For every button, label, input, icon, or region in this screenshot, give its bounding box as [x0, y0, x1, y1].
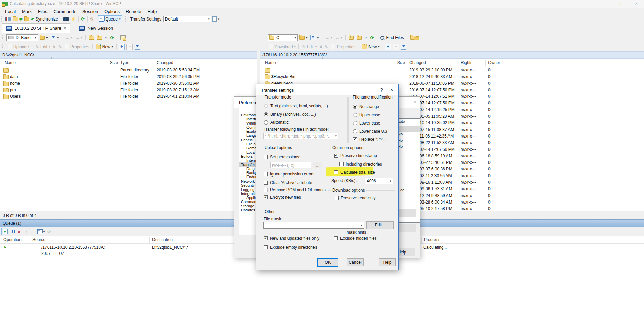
dock-panels-button[interactable] [4, 16, 12, 23]
file-row[interactable]: .. Parent directory 2019-03-30 5:58:34 P… [0, 67, 257, 74]
left-forward-button[interactable]: →▾ [74, 34, 83, 41]
close-icon[interactable]: × [387, 86, 397, 94]
left-unselect-button[interactable]: − [126, 44, 133, 50]
ignore-permission-errors-checkbox[interactable] [264, 172, 268, 176]
file-mask-combo[interactable]: ▾ [263, 222, 364, 229]
mask-hints-link[interactable]: mask hints [347, 230, 366, 235]
right-edit-button[interactable]: ✎Edit▾ [301, 43, 318, 50]
menu-item[interactable]: Local [2, 8, 19, 15]
right-selection-filter-icon[interactable] [401, 44, 406, 50]
putty-button[interactable]: ⚡ [70, 16, 77, 23]
queue-delete-button[interactable]: × [16, 228, 22, 235]
left-home-button[interactable]: ⌂ [104, 34, 108, 41]
file-row[interactable]: data File folder 2019-03-29 2:56:35 PM [0, 74, 257, 80]
automatic-mode-label[interactable]: Automatic [270, 120, 289, 125]
preserve-read-only-checkbox[interactable] [335, 196, 339, 200]
right-new-button[interactable]: New▾ [361, 43, 380, 50]
right-col-owner[interactable]: Owner [488, 60, 500, 65]
left-rename-button[interactable]: ✎ [57, 43, 63, 50]
preferences-tree-item[interactable]: Transfer [239, 162, 257, 167]
tab-session[interactable]: 10.10.2.20 SFTP Share × [2, 23, 70, 33]
file-row[interactable]: .. 2019-03-29 2:10:09 PM rwxr-x--- 0 [260, 67, 644, 74]
download-button[interactable]: Download▾ [268, 43, 296, 50]
right-back-button[interactable]: ←▾ [324, 34, 333, 41]
left-tree-toggle-button[interactable] [119, 34, 127, 41]
right-open-directory-button[interactable]: ▾ [298, 34, 309, 41]
including-directories-checkbox[interactable] [339, 162, 344, 166]
transfer-settings-combo[interactable]: Default ▾ [163, 16, 211, 22]
binary-mode-radio[interactable] [264, 112, 268, 116]
help-button[interactable]: Help [379, 258, 396, 266]
right-home-button[interactable]: ⌂ [363, 34, 368, 41]
file-row[interactable]: Users File folder 2019-04-01 2:10:04 AM [0, 93, 257, 100]
queue-move-down-button[interactable]: ↓ [29, 228, 33, 235]
sync-browsing-button[interactable] [409, 34, 420, 41]
sync-folders-button[interactable]: ⇄ [12, 16, 23, 23]
refresh-panels-button[interactable]: ⟳ [80, 16, 86, 23]
left-delete-button[interactable]: × [52, 43, 57, 50]
right-parent-directory-button[interactable] [348, 34, 355, 41]
menu-item[interactable]: Remote [123, 8, 145, 15]
text-mode-radio[interactable] [264, 104, 268, 108]
synchronize-button[interactable]: ⟳ Synchronize [23, 16, 59, 23]
queue-col-source[interactable]: Source [32, 237, 45, 242]
queue-operations-button[interactable]: ▾ [36, 228, 46, 235]
queue-col-destination[interactable]: Destination [152, 237, 173, 242]
right-path-bar[interactable]: /176116-10.10.2.20-1553777518/C/ [260, 51, 644, 59]
left-refresh-button[interactable]: ⟳ [109, 34, 115, 41]
upper-case-label[interactable]: Upper case [359, 113, 380, 117]
no-change-radio[interactable] [353, 105, 357, 109]
edit-mask-button[interactable]: Edit... [366, 221, 394, 229]
new-updated-label[interactable]: New and updated files only [270, 236, 319, 241]
exclude-empty-checkbox[interactable] [264, 245, 268, 249]
right-col-size[interactable]: Size [380, 60, 405, 65]
right-col-name[interactable]: Name [265, 60, 276, 65]
right-col-rights[interactable]: Rights [461, 60, 472, 65]
upload-button[interactable]: Upload▾ [6, 43, 30, 50]
right-root-directory-button[interactable] [355, 34, 363, 41]
file-row[interactable]: pro File folder 2019-03-30 7:15:13 AM [0, 87, 257, 93]
encrypt-new-files-label[interactable]: Encrypt new files [270, 195, 301, 200]
preserve-read-only-label[interactable]: Preserve read-only [341, 196, 375, 200]
queue-process-button[interactable] [1, 228, 9, 235]
right-drive-combo[interactable]: C ▾ [268, 34, 298, 41]
exclude-hidden-checkbox[interactable] [334, 236, 338, 240]
left-filter-button[interactable]: ▾ [50, 34, 60, 41]
maximize-button[interactable]: □ [613, 0, 629, 8]
clear-archive-checkbox[interactable] [264, 181, 268, 185]
left-col-type[interactable]: Type [120, 60, 129, 65]
preferences-button[interactable]: ⚙ [89, 16, 95, 23]
help-icon[interactable]: ? [376, 86, 387, 94]
menu-item[interactable]: Help [144, 8, 160, 15]
ignore-permission-errors-label[interactable]: Ignore permission errors [270, 172, 314, 177]
including-directories-label[interactable]: Including directories [346, 162, 382, 167]
left-properties-button[interactable]: Properties [64, 43, 90, 50]
left-open-directory-button[interactable]: ▾ [39, 34, 49, 41]
menu-item[interactable]: Files [35, 8, 50, 15]
upper-case-radio[interactable] [353, 113, 357, 117]
ok-button[interactable]: OK [317, 258, 338, 267]
binary-mode-label[interactable]: Binary (archives, doc, ...) [270, 112, 316, 117]
menu-item[interactable]: Session [79, 8, 101, 15]
left-drive-combo[interactable]: D: Beno ▾ [6, 34, 38, 41]
right-properties-button[interactable]: Properties [330, 43, 357, 50]
right-rename-button[interactable]: ✎ [324, 43, 329, 50]
minimize-button[interactable]: – [598, 0, 613, 8]
tab-close-icon[interactable]: × [64, 26, 66, 31]
tab-new-session[interactable]: New Session [75, 24, 117, 33]
encrypt-new-files-checkbox[interactable] [264, 195, 268, 199]
set-permissions-label[interactable]: Set permissions: [270, 155, 300, 159]
right-col-changed[interactable]: Changed [409, 60, 426, 65]
queue-toggle-button[interactable]: Queue ▾ [98, 15, 122, 23]
queue-col-operation[interactable]: Operation [3, 237, 22, 242]
speed-combo[interactable]: 4096 ▾ [365, 178, 393, 184]
preserve-timestamp-label[interactable]: Preserve timestamp [340, 153, 377, 158]
right-unselect-button[interactable]: − [393, 44, 399, 50]
lower-case-83-radio[interactable] [353, 129, 357, 133]
file-row[interactable]: $Recycle.Bin 2018-12-24 9:40:33 AM rwxr-… [260, 74, 644, 80]
no-change-label[interactable]: No change [359, 104, 379, 109]
close-icon[interactable]: × [410, 99, 420, 106]
calculate-total-size-label[interactable]: Calculate total size [340, 170, 375, 175]
open-console-button[interactable]: › [62, 16, 70, 23]
exclude-empty-label[interactable]: Exclude empty directories [270, 245, 317, 250]
